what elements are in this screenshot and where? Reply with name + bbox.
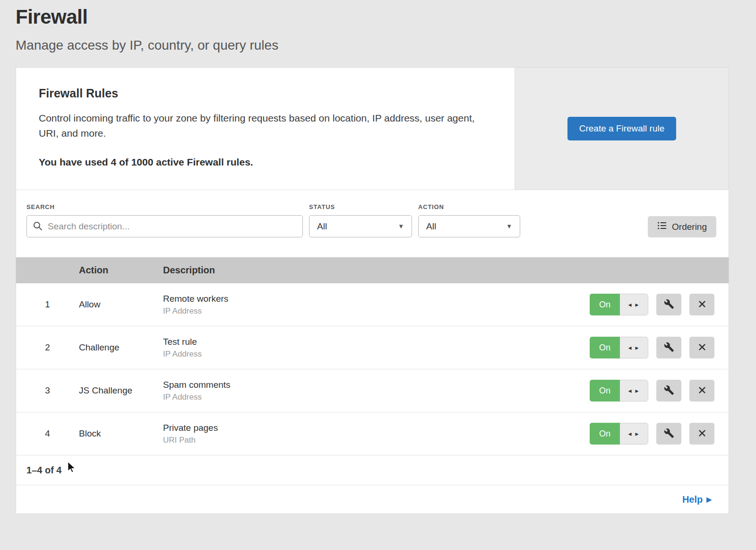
wrench-icon (664, 342, 674, 354)
help-link-label: Help (682, 494, 703, 505)
rule-controls: On ◂ ▸ (573, 423, 729, 445)
rule-action: Challenge (79, 342, 163, 353)
reorder-handle[interactable]: ◂ ▸ (620, 337, 648, 358)
rule-description-cell: Private pages URI Path (163, 423, 573, 445)
description-column-header: Description (163, 265, 573, 276)
filters-bar: SEARCH STATUS All ▼ ACTION All (16, 190, 729, 257)
rule-description: Spam comments (163, 380, 573, 390)
wrench-icon (664, 385, 674, 397)
delete-rule-button[interactable] (689, 337, 714, 358)
chevron-down-icon: ▼ (398, 223, 404, 230)
rule-match-field: URI Path (163, 436, 573, 445)
ordering-button[interactable]: Ordering (648, 216, 716, 237)
search-input[interactable] (26, 215, 303, 237)
status-field: STATUS All ▼ (309, 203, 412, 237)
rule-action: Allow (79, 299, 163, 310)
rule-priority: 1 (16, 299, 79, 310)
rule-priority: 4 (16, 428, 79, 439)
rule-enabled-toggle[interactable]: On (590, 423, 620, 445)
rule-description: Private pages (163, 423, 573, 433)
rule-match-field: IP Address (163, 306, 573, 316)
page-title: Firewall (16, 6, 756, 28)
rule-toggle-group: On ◂ ▸ (590, 337, 648, 358)
pagination-summary: 1–4 of 4 (16, 455, 729, 485)
rules-usage-count: You have used 4 of 1000 active Firewall … (39, 157, 491, 168)
reorder-arrows-icon: ◂ ▸ (628, 430, 640, 437)
help-link[interactable]: Help ▶ (682, 494, 712, 505)
rule-description-cell: Remote workers IP Address (163, 294, 573, 316)
delete-rule-button[interactable] (689, 380, 714, 402)
reorder-arrows-icon: ◂ ▸ (628, 301, 640, 308)
firewall-rules-panel: Firewall Rules Control incoming traffic … (16, 67, 729, 514)
rule-description-cell: Spam comments IP Address (163, 380, 573, 402)
rule-action: Block (79, 428, 163, 439)
reorder-arrows-icon: ◂ ▸ (628, 344, 640, 351)
card-title: Firewall Rules (39, 87, 491, 100)
rules-summary-section: Firewall Rules Control incoming traffic … (16, 68, 729, 190)
rule-controls: On ◂ ▸ (573, 294, 729, 315)
wrench-icon (664, 428, 674, 440)
rule-match-field: IP Address (163, 393, 573, 402)
table-row: 3 JS Challenge Spam comments IP Address … (16, 369, 729, 412)
close-icon (697, 385, 707, 396)
rule-controls: On ◂ ▸ (573, 337, 729, 358)
rules-summary-text: Firewall Rules Control incoming traffic … (16, 68, 515, 190)
close-icon (697, 428, 707, 439)
reorder-handle[interactable]: ◂ ▸ (620, 423, 648, 445)
edit-rule-button[interactable] (656, 423, 681, 445)
table-row: 4 Block Private pages URI Path On ◂ ▸ (16, 412, 729, 455)
close-icon (697, 342, 707, 353)
arrow-right-icon: ▶ (706, 496, 712, 503)
edit-rule-button[interactable] (656, 380, 681, 402)
rule-description: Test rule (163, 337, 573, 347)
help-row: Help ▶ (16, 485, 729, 514)
status-label: STATUS (309, 203, 412, 210)
status-selected-value: All (317, 221, 327, 232)
page-subtitle: Manage access by IP, country, or query r… (16, 38, 756, 53)
action-selected-value: All (426, 221, 436, 232)
rule-priority: 3 (16, 385, 79, 396)
close-icon (697, 299, 707, 310)
edit-rule-button[interactable] (656, 294, 681, 315)
rule-description: Remote workers (163, 294, 573, 304)
action-label: ACTION (418, 203, 520, 210)
rule-description-cell: Test rule IP Address (163, 337, 573, 359)
delete-rule-button[interactable] (689, 423, 714, 445)
create-firewall-rule-button[interactable]: Create a Firewall rule (567, 117, 677, 140)
action-column-header: Action (79, 265, 163, 276)
delete-rule-button[interactable] (689, 294, 714, 315)
reorder-handle[interactable]: ◂ ▸ (620, 294, 648, 315)
rule-enabled-toggle[interactable]: On (590, 380, 620, 402)
create-rule-section: Create a Firewall rule (515, 68, 729, 190)
wrench-icon (664, 299, 674, 311)
table-row: 2 Challenge Test rule IP Address On ◂ ▸ (16, 326, 729, 369)
rule-enabled-toggle[interactable]: On (590, 337, 620, 358)
firewall-page: Firewall Manage access by IP, country, o… (0, 0, 756, 550)
page-header: Firewall Manage access by IP, country, o… (0, 0, 756, 53)
reorder-arrows-icon: ◂ ▸ (628, 387, 640, 394)
rule-toggle-group: On ◂ ▸ (590, 380, 648, 402)
table-row: 1 Allow Remote workers IP Address On ◂ ▸ (16, 283, 729, 326)
rule-priority: 2 (16, 342, 79, 353)
list-icon (657, 221, 667, 233)
search-field: SEARCH (26, 203, 303, 237)
action-field: ACTION All ▼ (418, 203, 520, 237)
status-select[interactable]: All ▼ (309, 215, 412, 237)
rule-enabled-toggle[interactable]: On (590, 294, 620, 315)
rule-match-field: IP Address (163, 349, 573, 359)
rule-toggle-group: On ◂ ▸ (590, 294, 648, 315)
search-icon (33, 221, 43, 233)
edit-rule-button[interactable] (656, 337, 681, 358)
rule-controls: On ◂ ▸ (573, 380, 729, 402)
action-select[interactable]: All ▼ (418, 215, 520, 237)
search-label: SEARCH (26, 203, 303, 210)
ordering-button-label: Ordering (672, 222, 707, 232)
card-description: Control incoming traffic to your zone by… (39, 111, 491, 140)
reorder-handle[interactable]: ◂ ▸ (620, 380, 648, 402)
rule-action: JS Challenge (79, 385, 163, 396)
chevron-down-icon: ▼ (506, 223, 512, 230)
rule-toggle-group: On ◂ ▸ (590, 423, 648, 445)
table-header: Action Description (16, 257, 729, 283)
